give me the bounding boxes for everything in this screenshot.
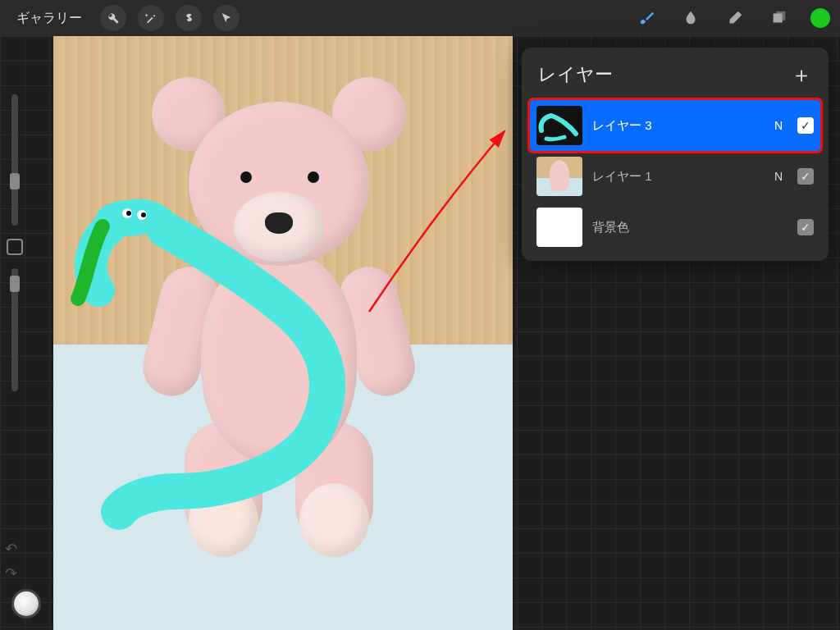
brush-opacity-thumb[interactable]	[10, 276, 20, 292]
adjustments-tool-button[interactable]	[100, 5, 126, 31]
add-layer-button[interactable]: ＋	[791, 64, 812, 85]
top-toolbar: ギャラリー	[0, 0, 840, 36]
smudge-icon	[682, 9, 700, 27]
eraser-tool-button[interactable]	[722, 5, 748, 31]
active-color-swatch[interactable]	[810, 8, 830, 28]
gallery-button[interactable]: ギャラリー	[10, 7, 89, 30]
layer-visibility-checkbox[interactable]: ✓	[797, 168, 814, 185]
layer-visibility-checkbox[interactable]: ✓	[797, 219, 814, 235]
wrench-icon	[107, 11, 120, 25]
layers-tool-button[interactable]	[766, 5, 792, 31]
layer-name-label: レイヤー 1	[592, 169, 765, 185]
layers-panel: レイヤー ＋ レイヤー 3 N ✓ レイヤー 1 N ✓ 背景色 ✓	[522, 48, 829, 261]
layer-thumbnail	[536, 157, 582, 196]
layer-blend-mode[interactable]: N	[774, 119, 783, 132]
paintbrush-icon	[637, 9, 655, 27]
layers-panel-title: レイヤー	[538, 62, 613, 87]
selection-tool-button[interactable]	[176, 5, 202, 31]
brush-tool-button[interactable]	[633, 5, 660, 31]
layer-name-label: 背景色	[592, 220, 773, 235]
brush-opacity-slider[interactable]	[11, 268, 18, 391]
layer-row-1[interactable]: レイヤー 1 N ✓	[530, 151, 820, 202]
cursor-icon	[220, 11, 233, 25]
layer-row-3[interactable]: レイヤー 3 N ✓	[530, 100, 820, 151]
undo-button[interactable]: ↶	[5, 540, 17, 558]
magic-tool-button[interactable]	[138, 5, 164, 31]
layer-name-label: レイヤー 3	[592, 118, 765, 134]
teddy-bear-artwork	[144, 69, 414, 561]
eraser-icon	[726, 9, 744, 27]
layer-blend-mode[interactable]: N	[774, 170, 783, 183]
layer-thumbnail	[536, 106, 582, 145]
shape-toggle-button[interactable]	[7, 239, 23, 255]
redo-button[interactable]: ↷	[5, 564, 17, 582]
layer-visibility-checkbox[interactable]: ✓	[797, 117, 814, 134]
selection-s-icon	[182, 11, 195, 25]
left-sidebar	[5, 94, 25, 391]
brush-size-thumb[interactable]	[10, 173, 20, 189]
layer-row-background[interactable]: 背景色 ✓	[530, 202, 820, 253]
smudge-tool-button[interactable]	[678, 5, 704, 31]
layers-icon	[770, 9, 788, 27]
brush-size-slider[interactable]	[11, 94, 18, 226]
drawing-canvas[interactable]	[53, 36, 513, 630]
layer-thumbnail	[536, 208, 582, 247]
wand-icon	[144, 11, 158, 25]
transform-tool-button[interactable]	[213, 5, 240, 31]
undo-redo-group: ↶ ↷	[5, 540, 17, 582]
eyedropper-color-button[interactable]	[11, 589, 41, 619]
